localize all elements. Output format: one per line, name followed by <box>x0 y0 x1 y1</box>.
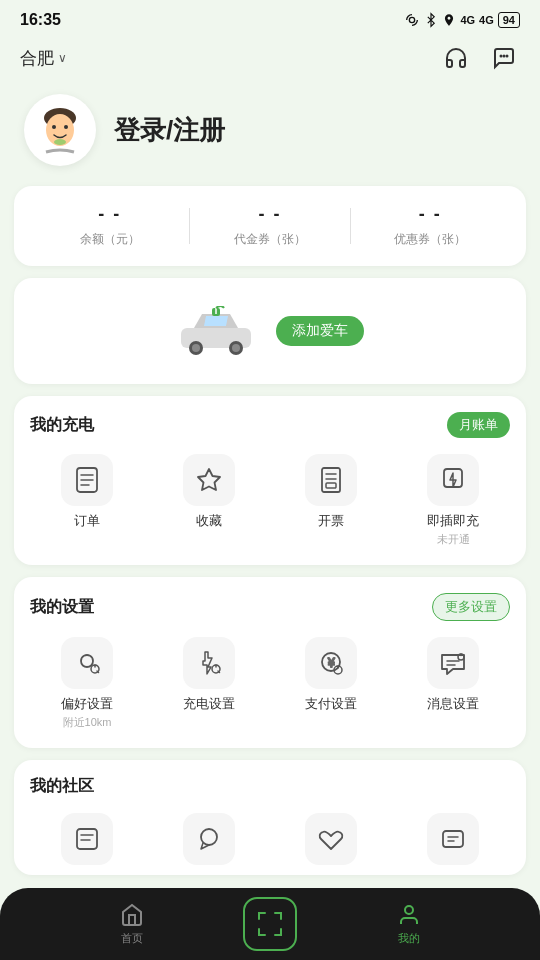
community-icon-3 <box>305 813 357 865</box>
svg-point-7 <box>64 125 68 129</box>
balance-stat[interactable]: - - 余额（元） <box>30 204 189 248</box>
preference-sublabel: 附近10km <box>63 715 112 730</box>
instant-charge-icon-box <box>427 454 479 506</box>
settings-title: 我的设置 <box>30 597 94 618</box>
payment-item[interactable]: ¥ 支付设置 <box>274 637 388 730</box>
community-header: 我的社区 <box>30 776 510 797</box>
charging-section: 我的充电 月账单 订单 <box>14 396 526 565</box>
car-card-inner: 添加爱车 <box>30 296 510 366</box>
voucher-stat[interactable]: - - 代金券（张） <box>190 204 349 248</box>
instant-charge-item[interactable]: 即插即充 未开通 <box>396 454 510 547</box>
profile-label: 我的 <box>398 931 420 946</box>
instant-charge-icon <box>437 464 469 496</box>
scan-button[interactable] <box>243 897 297 951</box>
community-share-icon <box>437 823 469 855</box>
add-car-button[interactable]: 添加爱车 <box>276 316 364 346</box>
community-item-2[interactable] <box>152 813 266 865</box>
city-selector[interactable]: 合肥 ∨ <box>20 47 67 70</box>
monthly-bill-badge[interactable]: 月账单 <box>447 412 510 438</box>
coupon-value: - - <box>419 204 442 225</box>
person-icon <box>397 903 421 927</box>
community-grid <box>30 813 510 865</box>
community-item-1[interactable] <box>30 813 144 865</box>
favorite-icon <box>193 464 225 496</box>
home-label: 首页 <box>121 931 143 946</box>
community-section: 我的社区 <box>14 760 526 875</box>
nfc-icon <box>404 12 420 28</box>
community-item-3[interactable] <box>274 813 388 865</box>
svg-rect-24 <box>326 483 336 488</box>
message-button[interactable] <box>488 42 520 74</box>
avatar-image <box>30 100 90 160</box>
community-icon-4 <box>427 813 479 865</box>
order-icon <box>71 464 103 496</box>
home-icon <box>120 903 144 927</box>
svg-point-8 <box>54 139 66 145</box>
nav-profile[interactable]: 我的 <box>297 903 520 946</box>
avatar[interactable] <box>24 94 96 166</box>
bottom-nav: 首页 我的 <box>0 888 540 960</box>
charge-setting-icon <box>193 647 225 679</box>
city-name: 合肥 <box>20 47 54 70</box>
charge-setting-label: 充电设置 <box>183 695 235 713</box>
signal-4g-icon: 4G <box>460 14 475 26</box>
balance-value: - - <box>98 204 121 225</box>
charge-setting-icon-box <box>183 637 235 689</box>
voucher-label: 代金券（张） <box>234 231 306 248</box>
status-icons: 4G 4G 94 <box>404 12 520 28</box>
user-header[interactable]: 登录/注册 <box>0 84 540 186</box>
chevron-down-icon: ∨ <box>58 51 67 65</box>
settings-section: 我的设置 更多设置 偏好设置 附近10km <box>14 577 526 748</box>
preference-item[interactable]: 偏好设置 附近10km <box>30 637 144 730</box>
community-item-4[interactable] <box>396 813 510 865</box>
balance-label: 余额（元） <box>80 231 140 248</box>
stats-card: - - 余额（元） - - 代金券（张） - - 优惠券（张） <box>14 186 526 266</box>
status-bar: 16:35 4G 4G 94 <box>0 0 540 36</box>
favorite-item[interactable]: 收藏 <box>152 454 266 547</box>
invoice-label: 开票 <box>318 512 344 530</box>
cards-area: - - 余额（元） - - 代金券（张） - - 优惠券（张） <box>0 186 540 960</box>
signal-4g2-icon: 4G <box>479 14 494 26</box>
charge-setting-item[interactable]: 充电设置 <box>152 637 266 730</box>
stats-row: - - 余额（元） - - 代金券（张） - - 优惠券（张） <box>30 204 510 248</box>
svg-line-28 <box>97 671 99 673</box>
svg-rect-44 <box>443 831 463 847</box>
instant-charge-sublabel: 未开通 <box>437 532 470 547</box>
svg-marker-20 <box>198 469 220 490</box>
headphone-button[interactable] <box>440 42 472 74</box>
community-icon-2 <box>183 813 235 865</box>
car-icon <box>176 306 256 356</box>
preference-icon <box>71 647 103 679</box>
favorite-label: 收藏 <box>196 512 222 530</box>
charging-grid: 订单 收藏 <box>30 454 510 547</box>
preference-label: 偏好设置 <box>61 695 113 713</box>
voucher-value: - - <box>258 204 281 225</box>
settings-header: 我的设置 更多设置 <box>30 593 510 621</box>
location-icon <box>442 12 456 28</box>
order-label: 订单 <box>74 512 100 530</box>
car-svg <box>176 306 256 356</box>
community-chat-icon <box>193 823 225 855</box>
svg-point-0 <box>410 17 415 22</box>
scan-icon <box>255 909 285 939</box>
more-settings-badge[interactable]: 更多设置 <box>432 593 510 621</box>
headphone-icon <box>444 46 468 70</box>
nav-home[interactable]: 首页 <box>20 903 243 946</box>
community-like-icon <box>315 823 347 855</box>
login-register-text: 登录/注册 <box>114 113 225 148</box>
payment-icon-box: ¥ <box>305 637 357 689</box>
coupon-label: 优惠券（张） <box>394 231 466 248</box>
community-post-icon <box>71 823 103 855</box>
message-setting-item[interactable]: 消息设置 <box>396 637 510 730</box>
svg-point-13 <box>232 344 240 352</box>
svg-point-11 <box>192 344 200 352</box>
order-item[interactable]: 订单 <box>30 454 144 547</box>
message-setting-icon <box>437 647 469 679</box>
coupon-stat[interactable]: - - 优惠券（张） <box>351 204 510 248</box>
charging-header: 我的充电 月账单 <box>30 412 510 438</box>
invoice-item[interactable]: 开票 <box>274 454 388 547</box>
car-card: 添加爱车 <box>14 278 526 384</box>
preference-icon-box <box>61 637 113 689</box>
svg-point-47 <box>405 906 413 914</box>
payment-icon: ¥ <box>315 647 347 679</box>
